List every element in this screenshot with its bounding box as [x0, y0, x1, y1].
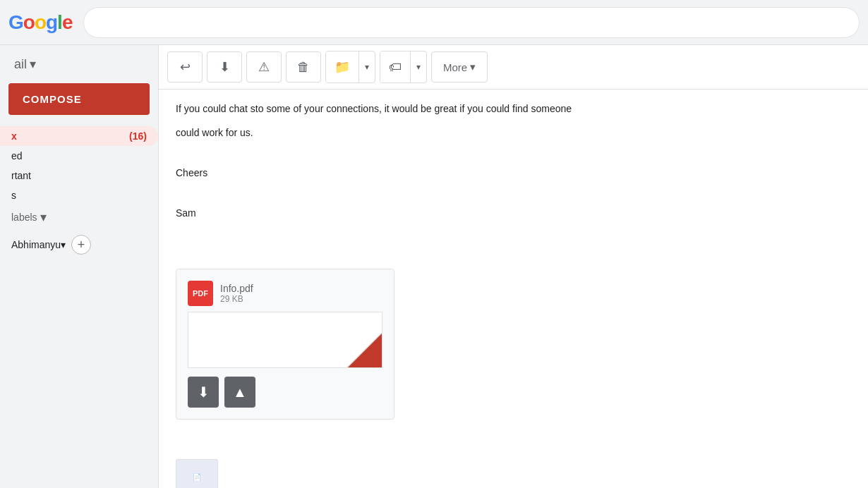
sidebar-item-important[interactable]: rtant: [0, 166, 158, 185]
thumb-icon: 📄: [193, 473, 201, 481]
more-button[interactable]: More ▾: [431, 51, 488, 83]
email-closing: Cheers: [176, 165, 851, 181]
more-label: More: [443, 61, 467, 73]
attachment-filename: Info.pdf: [220, 283, 253, 294]
chat-section: Abhimanyu ▾ +: [0, 229, 158, 260]
reply-icon: ↩: [180, 59, 191, 75]
delete-button[interactable]: 🗑: [286, 51, 321, 83]
email-signature: Sam: [176, 205, 851, 221]
save-to-drive-button[interactable]: ▲: [224, 377, 255, 408]
label-dropdown-arrow[interactable]: ▾: [411, 51, 426, 83]
inbox-count: (16): [129, 130, 147, 142]
email-text-line1: If you could chat sto some of your conne…: [176, 101, 851, 116]
reply-button[interactable]: ↩: [167, 51, 203, 83]
archive-button[interactable]: ⬇: [207, 51, 242, 83]
label-as-group: 🏷 ▾: [380, 51, 427, 83]
pdf-corner-red: [348, 334, 382, 367]
email-body: If you could chat sto some of your conne…: [159, 90, 868, 240]
labels-arrow-icon: ▾: [40, 209, 47, 225]
label-icon: 🏷: [389, 60, 402, 75]
attachment-header: PDF Info.pdf 29 KB: [188, 281, 382, 306]
add-chat-button[interactable]: +: [71, 235, 91, 255]
attachment-actions: ⬇ ▲: [188, 377, 382, 408]
pdf-icon: PDF: [188, 281, 213, 306]
archive-icon: ⬇: [219, 59, 230, 75]
inbox-label-row: x (16): [11, 130, 147, 142]
attachment-area: PDF Info.pdf 29 KB ⬇ ▲: [159, 257, 868, 431]
sidebar-item-starred[interactable]: s: [0, 185, 158, 205]
email-text-line2: could work for us.: [176, 125, 851, 140]
main-layout: ail ▾ COMPOSE x (16) ed rtant s labels ▾…: [0, 45, 868, 488]
label-as-button[interactable]: 🏷: [380, 51, 410, 83]
inbox-label: x: [11, 130, 17, 142]
attachment-size: 29 KB: [220, 294, 253, 304]
second-attachment-thumbnail: 📄: [176, 459, 218, 488]
starred-label: s: [11, 190, 16, 201]
attachment-card: PDF Info.pdf 29 KB ⬇ ▲: [176, 269, 394, 420]
top-bar: Google: [0, 0, 868, 45]
gmail-label-text: ail: [14, 57, 27, 72]
report-icon: ⚠: [258, 59, 270, 75]
sidebar: ail ▾ COMPOSE x (16) ed rtant s labels ▾…: [0, 45, 159, 488]
labels-text: labels: [11, 212, 37, 223]
download-icon: ⬇: [198, 384, 210, 401]
important-label: rtant: [11, 170, 31, 181]
email-toolbar: ↩ ⬇ ⚠ 🗑 📁 ▾ 🏷: [159, 45, 868, 90]
folder-icon: 📁: [334, 59, 350, 75]
move-to-button[interactable]: 📁: [326, 51, 358, 83]
sidebar-item-inbox[interactable]: x (16): [0, 126, 158, 146]
chat-user-dropdown-icon: ▾: [61, 239, 66, 250]
more-dropdown-icon: ▾: [470, 61, 476, 73]
second-attachment-row: 📄: [159, 448, 868, 488]
search-input[interactable]: [83, 7, 860, 38]
compose-button[interactable]: COMPOSE: [8, 83, 150, 115]
sent-label: ed: [11, 150, 23, 161]
chat-user-name: Abhimanyu: [11, 239, 61, 250]
email-content-area: ↩ ⬇ ⚠ 🗑 📁 ▾ 🏷: [159, 45, 868, 488]
attachment-preview: [188, 312, 382, 368]
gmail-dropdown-arrow: ▾: [30, 56, 36, 72]
delete-icon: 🗑: [297, 60, 310, 75]
drive-icon: ▲: [233, 384, 247, 401]
attachment-info: Info.pdf 29 KB: [220, 283, 253, 304]
move-dropdown-arrow[interactable]: ▾: [359, 51, 375, 83]
report-spam-button[interactable]: ⚠: [246, 51, 282, 83]
sidebar-item-sent[interactable]: ed: [0, 146, 158, 166]
gmail-menu[interactable]: ail ▾: [0, 51, 158, 78]
move-to-group: 📁 ▾: [325, 51, 375, 83]
download-button[interactable]: ⬇: [188, 377, 219, 408]
google-logo: Google: [8, 11, 72, 34]
more-labels-button[interactable]: labels ▾: [0, 205, 158, 229]
